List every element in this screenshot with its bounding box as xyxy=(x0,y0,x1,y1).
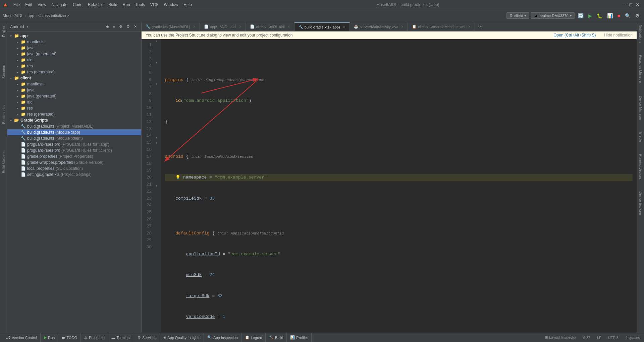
status-problems[interactable]: ⚠ Problems xyxy=(81,333,108,342)
collapse-btn[interactable]: ≡ xyxy=(111,23,117,30)
status-encoding[interactable]: UTF-8 xyxy=(607,336,620,340)
debug-btn[interactable]: 🐛 xyxy=(595,12,604,19)
code-editor[interactable]: 1 2 3 4 5 6 7 8 9 10 11 12 13 14 15 16 1… xyxy=(142,39,637,333)
device-manager-tool-label[interactable]: Device Manager xyxy=(638,93,643,123)
tab-app-aidl[interactable]: 📄 app\...\AIDL.aidl ✕ xyxy=(200,22,246,31)
breadcrumb-project[interactable]: MuselfAIDL xyxy=(3,13,23,18)
tree-item-client-res-gen[interactable]: ▸ 📁 res (generated) xyxy=(7,111,141,117)
notification-link[interactable]: Open (Ctrl+Alt+Shift+S) xyxy=(553,33,596,38)
settings-btn[interactable]: ⚙ xyxy=(634,12,641,19)
tree-item-app[interactable]: ▾ 📁 app xyxy=(7,33,141,39)
breadcrumb-module[interactable]: app xyxy=(28,13,34,18)
tab-overflow-btn[interactable]: ⋯ xyxy=(476,23,484,30)
status-logcat[interactable]: 📋 Logcat xyxy=(241,333,266,342)
status-profiler[interactable]: 📊 Profiler xyxy=(287,333,312,342)
minimize-button[interactable]: ─ xyxy=(621,1,628,8)
tree-item-gradle-properties[interactable]: ▸ 📄 gradle.properties (Project Propertie… xyxy=(7,153,141,159)
menu-run[interactable]: Run xyxy=(120,2,133,8)
bookmarks-tool-label[interactable]: Bookmarks xyxy=(1,102,6,127)
tree-item-res-gen[interactable]: ▸ 📁 res (generated) xyxy=(7,69,141,75)
menu-help[interactable]: Help xyxy=(181,2,195,8)
status-indent[interactable]: 4 spaces xyxy=(624,336,641,340)
tree-item-build-gradle-client[interactable]: ▸ 🔧 build.gradle.kts (Module :client) xyxy=(7,135,141,141)
tree-item-settings-gradle[interactable]: ▸ 📄 settings.gradle.kts (Project Setting… xyxy=(7,172,141,178)
status-build[interactable]: 🔨 Build xyxy=(266,333,287,342)
device-explorer-tool-label[interactable]: Device Explorer xyxy=(638,189,643,218)
status-todo[interactable]: ☰ TODO xyxy=(58,333,81,342)
tree-item-java-gen[interactable]: ▸ 📁 java (generated) xyxy=(7,51,141,57)
search-btn[interactable]: 🔍 xyxy=(623,12,632,19)
run-config-btn[interactable]: ⚙ client ▾ xyxy=(506,12,529,19)
tree-item-client-aidl[interactable]: ▸ 📁 aidl xyxy=(7,99,141,105)
status-cursor-position[interactable]: 6:37 xyxy=(582,336,592,340)
tab-server-mainactivity[interactable]: ☕ server\MainActivity.java ✕ xyxy=(350,22,408,31)
locate-btn[interactable]: ⊕ xyxy=(104,23,111,30)
tab-androidmanifest[interactable]: 📋 client\...\AndroidManifest.xml ✕ xyxy=(408,22,475,31)
fold-icon-9[interactable]: ▾ xyxy=(156,82,157,86)
project-tool-label[interactable]: Project xyxy=(1,22,6,40)
tree-item-build-gradle-project[interactable]: ▸ 🔧 build.gradle.kts (Project: MuselfAID… xyxy=(7,123,141,129)
fold-icon-20[interactable]: ▾ xyxy=(156,141,157,145)
tree-item-build-gradle-app[interactable]: ▸ 🔧 build.gradle.kts (Module :app) xyxy=(7,129,141,135)
status-layout-inspector[interactable]: ⊞ Layout Inspector xyxy=(544,335,578,340)
menu-file[interactable]: File xyxy=(11,2,22,8)
menu-navigate[interactable]: Navigate xyxy=(49,2,70,8)
tab-close-app-aidl[interactable]: ✕ xyxy=(239,25,241,28)
status-run[interactable]: ▶ Run xyxy=(41,333,58,342)
menu-view[interactable]: View xyxy=(35,2,49,8)
notifications-tool-label[interactable]: Notifications xyxy=(638,22,643,46)
profile-btn[interactable]: 📊 xyxy=(605,12,614,19)
tab-build-gradle-app[interactable]: 🔧 build.gradle.kts (:app) ✕ xyxy=(294,22,350,31)
tab-close-client-aidl[interactable]: ✕ xyxy=(287,25,290,28)
close-button[interactable]: ✕ xyxy=(634,1,641,8)
code-content[interactable]: plugins { this: PluginDependenciesSpecSc… xyxy=(161,39,637,333)
status-services[interactable]: ⚙ Services xyxy=(134,333,160,342)
fold-icon-1[interactable]: ▾ xyxy=(156,39,157,43)
menu-edit[interactable]: Edit xyxy=(22,2,35,8)
status-line-separator[interactable]: LF xyxy=(596,336,603,340)
structure-tool-label[interactable]: Structure xyxy=(1,60,6,82)
build-variants-tool-label[interactable]: Build Variants xyxy=(1,147,6,177)
run-btn[interactable]: ▶ xyxy=(587,12,594,19)
tree-item-aidl[interactable]: ▸ 📁 aidl xyxy=(7,57,141,63)
tab-gradle-muself[interactable]: 🔧 gradle.kts (MuselfAIDL) ✕ xyxy=(142,22,200,31)
tree-item-res[interactable]: ▸ 📁 res xyxy=(7,63,141,69)
device-btn[interactable]: 📱 realme RMX3370 ▾ xyxy=(531,12,575,19)
tree-item-proguard-app[interactable]: ▸ 📄 proguard-rules.pro (ProGuard Rules f… xyxy=(7,141,141,147)
fold-icon-28[interactable]: ▾ xyxy=(156,184,157,188)
tab-close-server-mainactivity[interactable]: ✕ xyxy=(401,25,404,28)
menu-window[interactable]: Window xyxy=(161,2,181,8)
tree-item-client-manifests[interactable]: ▸ 📁 manifests xyxy=(7,81,141,87)
tree-item-client-res[interactable]: ▸ 📁 res xyxy=(7,105,141,111)
tree-item-proguard-client[interactable]: ▸ 📄 proguard-rules.pro (ProGuard Rules f… xyxy=(7,147,141,153)
gradle-tool-label[interactable]: Gradle xyxy=(638,129,643,145)
tab-client-aidl[interactable]: 📄 client\...\AIDL.aidl ✕ xyxy=(246,22,294,31)
running-devices-tool-label[interactable]: Running Devices xyxy=(638,151,643,182)
menu-tools[interactable]: Tools xyxy=(133,2,148,8)
close-panel-btn[interactable]: ✕ xyxy=(132,23,139,30)
status-app-quality-insights[interactable]: ◈ App Quality Insights xyxy=(160,333,204,342)
menu-vcs[interactable]: VCS xyxy=(148,2,161,8)
tree-item-gradle-wrapper[interactable]: ▸ 📄 gradle-wrapper.properties (Gradle Ve… xyxy=(7,159,141,165)
menu-code[interactable]: Code xyxy=(70,2,85,8)
status-version-control[interactable]: ⎇ Version Control xyxy=(3,333,41,342)
resource-manager-tool-label[interactable]: Resource Manager xyxy=(638,52,643,86)
tree-item-client-java[interactable]: ▸ 📁 java xyxy=(7,87,141,93)
maximize-button[interactable]: □ xyxy=(628,1,634,8)
stop-btn[interactable]: ■ xyxy=(616,12,622,19)
tab-close-gradle-muself[interactable]: ✕ xyxy=(193,25,196,28)
tree-item-local-properties[interactable]: ▸ 📄 local.properties (SDK Location) xyxy=(7,165,141,172)
fold-icon-19[interactable]: ▾ xyxy=(156,136,157,139)
fold-icon-5[interactable]: ▾ xyxy=(156,61,157,64)
gear-icon[interactable]: ⚙ xyxy=(125,23,131,30)
tree-item-gradle-scripts[interactable]: ▾ 📂 Gradle Scripts xyxy=(7,117,141,123)
status-terminal[interactable]: ▬ Terminal xyxy=(108,333,134,342)
notification-hide[interactable]: Hide notification xyxy=(604,33,633,38)
tab-close-androidmanifest[interactable]: ✕ xyxy=(468,25,471,28)
breadcrumb-item[interactable]: <class initializer> xyxy=(38,13,69,18)
tree-item-client-java-gen[interactable]: ▸ 📁 java (generated) xyxy=(7,93,141,99)
tree-item-java[interactable]: ▸ 📁 java xyxy=(7,45,141,51)
tab-close-build-gradle-app[interactable]: ✕ xyxy=(343,25,345,29)
sync-btn[interactable]: 🔄 xyxy=(576,12,585,19)
tree-item-manifests[interactable]: ▸ 📁 manifests xyxy=(7,39,141,45)
